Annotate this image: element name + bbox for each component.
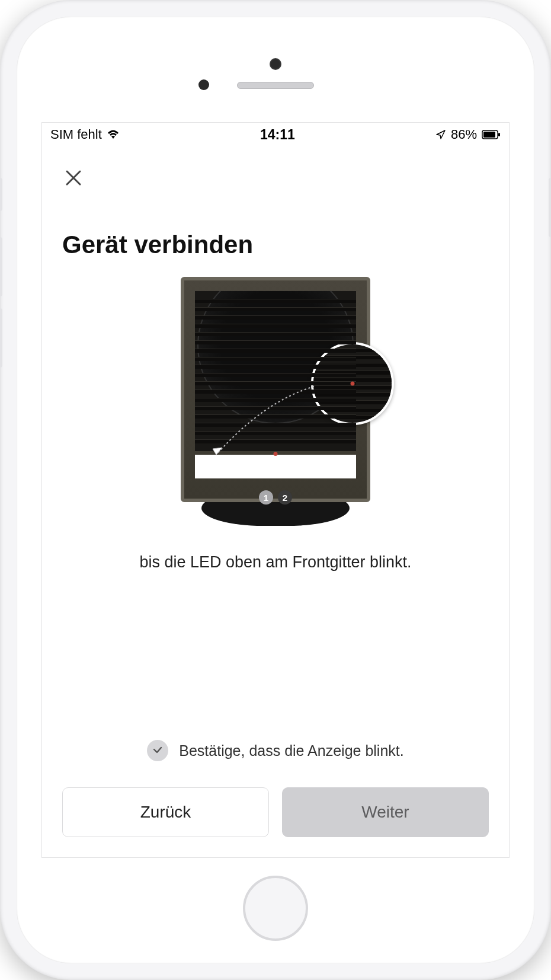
close-button[interactable] xyxy=(62,164,85,193)
instruction-text: bis die LED oben am Frontgitter blinkt. xyxy=(62,553,489,572)
back-button[interactable]: Zurück xyxy=(62,787,269,837)
battery-icon xyxy=(482,130,501,139)
device-handle-gap xyxy=(195,455,356,478)
device-body xyxy=(181,277,370,502)
svg-rect-1 xyxy=(483,132,495,138)
back-button-label: Zurück xyxy=(140,803,191,822)
front-camera xyxy=(270,58,281,70)
status-time: 14:11 xyxy=(260,127,295,143)
power-button xyxy=(549,178,551,237)
home-button[interactable] xyxy=(243,876,308,941)
status-right: 86% xyxy=(435,127,501,142)
button-row: Zurück Weiter xyxy=(62,787,489,837)
pager-dot-2[interactable]: 2 xyxy=(278,490,292,505)
confirm-row: Bestätige, dass die Anzeige blinkt. xyxy=(62,740,489,761)
close-icon xyxy=(65,169,82,187)
header-row xyxy=(62,146,489,199)
screen: SIM fehlt 14:11 86% xyxy=(41,122,510,858)
led-indicator xyxy=(274,452,278,456)
next-button[interactable]: Weiter xyxy=(282,787,489,837)
status-left: SIM fehlt xyxy=(50,127,120,142)
location-icon xyxy=(435,129,446,140)
battery-percent-text: 86% xyxy=(451,127,477,142)
proximity-sensor xyxy=(198,79,209,90)
sim-status-text: SIM fehlt xyxy=(50,127,102,142)
earpiece-speaker xyxy=(237,82,314,89)
app-content: Gerät verbinden xyxy=(42,146,509,857)
svg-rect-2 xyxy=(498,133,500,136)
page-title: Gerät verbinden xyxy=(62,231,489,259)
mute-switch xyxy=(0,178,2,211)
wifi-icon xyxy=(107,129,120,140)
device-illustration: 1 2 xyxy=(62,277,489,526)
volume-down-button xyxy=(0,308,2,368)
pager: 1 2 xyxy=(259,490,292,505)
phone-bezel: SIM fehlt 14:11 86% xyxy=(17,17,534,963)
confirm-checkbox[interactable] xyxy=(147,740,168,761)
status-bar: SIM fehlt 14:11 86% xyxy=(42,123,509,146)
led-indicator-zoom xyxy=(351,382,355,386)
check-icon xyxy=(152,745,163,756)
phone-frame: SIM fehlt 14:11 86% xyxy=(0,0,551,980)
volume-up-button xyxy=(0,237,2,296)
confirm-label: Bestätige, dass die Anzeige blinkt. xyxy=(179,742,403,759)
next-button-label: Weiter xyxy=(361,803,409,822)
pager-dot-1[interactable]: 1 xyxy=(259,490,273,505)
